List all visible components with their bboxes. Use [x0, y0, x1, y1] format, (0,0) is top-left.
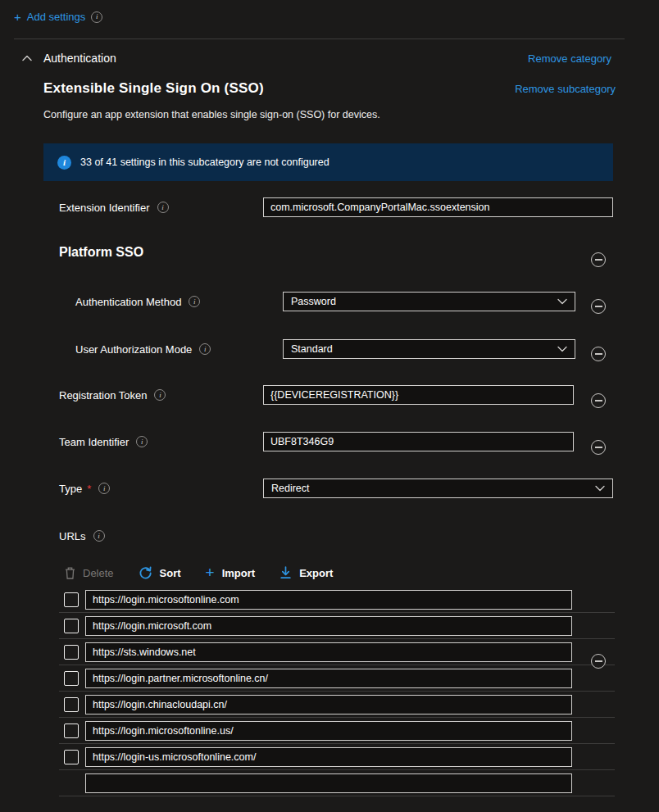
export-icon	[280, 566, 292, 579]
add-settings-label: Add settings	[27, 11, 86, 23]
url-input[interactable]	[85, 669, 572, 688]
field-label: User Authorization Mode	[75, 343, 192, 356]
selected-value: Standard	[291, 343, 333, 355]
chevron-down-icon	[557, 346, 567, 352]
info-icon[interactable]: i	[157, 202, 169, 213]
url-row	[59, 692, 615, 718]
category-header: Authentication	[22, 52, 116, 65]
remove-user-authorization-mode-button[interactable]	[591, 347, 606, 361]
urls-toolbar: Delete Sort + Import Export	[65, 564, 333, 582]
sort-icon	[139, 566, 152, 580]
required-marker: *	[87, 483, 91, 495]
url-list	[59, 587, 615, 796]
url-input[interactable]	[85, 721, 572, 741]
info-icon[interactable]: i	[91, 11, 102, 23]
user-authorization-mode-label: User Authorization Mode i	[75, 342, 211, 356]
info-icon[interactable]: i	[98, 483, 110, 494]
field-label: Team Identifier	[59, 436, 129, 448]
remove-team-identifier-button[interactable]	[591, 440, 606, 455]
remove-authentication-method-button[interactable]	[591, 299, 606, 314]
plus-icon: +	[14, 11, 21, 23]
sort-button[interactable]: Sort	[139, 566, 181, 580]
info-icon[interactable]: i	[199, 343, 211, 355]
remove-urls-button[interactable]	[591, 654, 606, 669]
url-checkbox[interactable]	[64, 645, 79, 660]
settings-panel: + Add settings i Authentication Remove c…	[0, 0, 659, 812]
platform-sso-heading: Platform SSO	[59, 245, 143, 260]
category-title: Authentication	[43, 52, 116, 65]
field-label: Extension Identifier	[59, 202, 150, 214]
remove-subcategory-link[interactable]: Remove subcategory	[515, 83, 616, 95]
info-banner: i 33 of 41 settings in this subcategory …	[43, 143, 613, 181]
plus-icon: +	[206, 565, 215, 580]
url-input[interactable]	[85, 642, 572, 662]
subcategory-description: Configure an app extension that enables …	[43, 109, 380, 120]
url-input[interactable]	[85, 747, 572, 767]
urls-label: URLs i	[59, 529, 105, 542]
export-label: Export	[299, 567, 333, 579]
field-label: URLs	[59, 530, 86, 542]
url-input[interactable]	[85, 616, 572, 636]
selected-value: Password	[291, 296, 336, 307]
trash-icon	[65, 567, 75, 579]
url-row-empty	[59, 770, 615, 796]
url-row	[59, 718, 615, 744]
url-row	[59, 613, 615, 639]
selected-value: Redirect	[271, 483, 310, 494]
add-settings-button[interactable]: + Add settings i	[14, 11, 102, 23]
registration-token-label: Registration Token i	[59, 388, 166, 401]
info-icon[interactable]: i	[136, 436, 148, 447]
chevron-up-icon[interactable]	[22, 55, 32, 61]
remove-registration-token-button[interactable]	[591, 393, 606, 408]
field-label: Registration Token	[59, 389, 147, 401]
url-input[interactable]	[85, 695, 572, 714]
remove-category-link[interactable]: Remove category	[528, 52, 611, 65]
authentication-method-select[interactable]: Password	[283, 292, 575, 311]
import-label: Import	[222, 567, 255, 579]
team-identifier-label: Team Identifier i	[59, 435, 148, 448]
user-authorization-mode-select[interactable]: Standard	[283, 339, 575, 359]
registration-token-input[interactable]	[263, 385, 574, 405]
authentication-method-label: Authentication Method i	[75, 295, 200, 308]
url-checkbox[interactable]	[64, 724, 79, 738]
url-checkbox[interactable]	[64, 671, 79, 686]
extension-identifier-input[interactable]	[263, 197, 613, 217]
delete-button[interactable]: Delete	[65, 567, 114, 579]
import-button[interactable]: + Import	[206, 566, 256, 580]
url-checkbox[interactable]	[64, 697, 79, 712]
export-button[interactable]: Export	[280, 566, 333, 579]
chevron-down-icon	[595, 485, 605, 492]
extension-identifier-label: Extension Identifier i	[59, 201, 169, 214]
url-checkbox[interactable]	[64, 592, 79, 607]
banner-text: 33 of 41 settings in this subcategory ar…	[80, 157, 330, 168]
field-label: Authentication Method	[75, 296, 181, 308]
type-label: Type * i	[59, 482, 110, 495]
url-input[interactable]	[85, 590, 572, 610]
info-icon[interactable]: i	[154, 389, 166, 401]
url-input-empty[interactable]	[85, 773, 572, 793]
divider	[14, 39, 625, 39]
remove-platform-sso-button[interactable]	[591, 252, 606, 267]
field-label: Type	[59, 483, 82, 495]
url-row	[59, 665, 615, 692]
subcategory-title: Extensible Single Sign On (SSO)	[43, 80, 264, 97]
url-row	[59, 639, 615, 665]
info-icon[interactable]: i	[93, 530, 105, 542]
delete-label: Delete	[83, 567, 114, 579]
url-checkbox[interactable]	[64, 750, 79, 764]
url-checkbox[interactable]	[64, 619, 79, 633]
info-icon: i	[57, 156, 71, 170]
url-row	[59, 587, 615, 613]
sort-label: Sort	[160, 567, 181, 579]
info-icon[interactable]: i	[189, 296, 200, 307]
team-identifier-input[interactable]	[263, 432, 574, 451]
url-row	[59, 744, 615, 770]
chevron-down-icon	[557, 298, 567, 305]
type-select[interactable]: Redirect	[263, 479, 613, 498]
